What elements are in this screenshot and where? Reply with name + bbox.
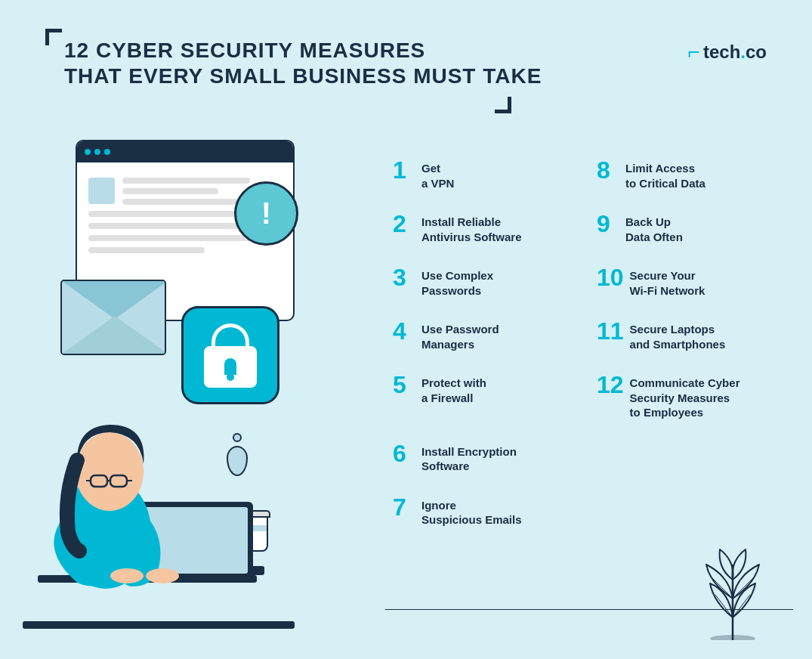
- item-number: 11: [597, 319, 624, 343]
- item-label: Get a VPN: [421, 158, 454, 190]
- person-illustration: [15, 373, 272, 623]
- list-item: 6Install Encryption Software: [385, 431, 589, 484]
- item-number: 6: [393, 441, 415, 466]
- item-label: Limit Access to Critical Data: [625, 158, 705, 190]
- logo-bracket: ⌐: [688, 42, 700, 63]
- item-number: 3: [393, 265, 415, 289]
- title-line1: 12 CYBER SECURITY MEASURES: [64, 38, 542, 63]
- item-number: 7: [393, 495, 415, 519]
- svg-point-12: [146, 568, 179, 583]
- lock-icon: [204, 323, 257, 388]
- alert-circle: !: [234, 181, 298, 246]
- plant-decoration: [691, 542, 774, 640]
- browser-dot-2: [94, 149, 100, 155]
- list-item: 8Limit Access to Critical Data: [589, 147, 793, 201]
- title-line2: THAT EVERY SMALL BUSINESS MUST TAKE: [64, 63, 542, 89]
- list-item: 4Use Password Managers: [385, 308, 589, 362]
- lock-keyhole: [224, 358, 236, 375]
- item-number: 1: [393, 158, 415, 182]
- list-item: 9Back Up Data Often: [589, 201, 793, 255]
- list-item: 12Communicate Cyber Security Measures to…: [589, 362, 793, 431]
- browser-line: [88, 247, 205, 253]
- item-label: Ignore Suspicious Emails: [421, 495, 522, 528]
- svg-point-5: [76, 432, 144, 511]
- logo-text: tech.co: [703, 42, 767, 63]
- items-grid: 1Get a VPN8Limit Access to Critical Data…: [385, 147, 793, 538]
- corner-decoration-br: [495, 97, 511, 113]
- title-block: 12 CYBER SECURITY MEASURES THAT EVERY SM…: [64, 38, 542, 88]
- lock-body: [204, 346, 257, 388]
- svg-point-11: [110, 568, 144, 583]
- svg-point-18: [710, 635, 755, 640]
- item-label: Install Encryption Software: [421, 441, 517, 474]
- browser-line: [88, 223, 243, 229]
- item-number: 2: [393, 212, 415, 236]
- envelope-body: [60, 280, 166, 355]
- browser-line: [122, 188, 218, 194]
- browser-dot-3: [104, 149, 110, 155]
- list-item: 3Use Complex Passwords: [385, 255, 589, 308]
- item-number: 12: [597, 373, 624, 397]
- browser-bar: [77, 141, 293, 162]
- item-label: Communicate Cyber Security Measures to E…: [630, 373, 740, 420]
- browser-line: [122, 178, 250, 184]
- browser-content-box: [88, 178, 115, 204]
- item-label: Protect with a Firewall: [421, 373, 486, 405]
- item-label: Install Reliable Antivirus Software: [421, 212, 522, 244]
- list-item: 7Ignore Suspicious Emails: [385, 484, 589, 538]
- list-item: 1Get a VPN: [385, 147, 589, 201]
- list-item: 10Secure Your Wi-Fi Network: [589, 255, 793, 308]
- list-item: 5Protect with a Firewall: [385, 362, 589, 431]
- item-number: 5: [393, 373, 415, 397]
- envelope-flap: [62, 281, 166, 319]
- item-label: Use Complex Passwords: [421, 265, 493, 298]
- browser-dot-1: [85, 149, 91, 155]
- lock-icon-container: [181, 306, 279, 404]
- logo: ⌐ tech.co: [688, 42, 767, 63]
- item-label: Back Up Data Often: [625, 212, 683, 244]
- item-number: 8: [597, 158, 619, 182]
- item-number: 9: [597, 212, 619, 236]
- envelope: [60, 280, 166, 355]
- list-item: 2Install Reliable Antivirus Software: [385, 201, 589, 255]
- envelope-bottom: [62, 316, 166, 354]
- item-label: Secure Your Wi-Fi Network: [630, 265, 705, 298]
- item-label: Secure Laptops and Smartphones: [630, 319, 726, 351]
- corner-decoration-tl: [45, 29, 62, 45]
- item-label: Use Password Managers: [421, 319, 499, 351]
- lock-shackle: [211, 323, 249, 348]
- item-number: 10: [597, 265, 624, 289]
- item-spacer: [589, 484, 793, 538]
- item-spacer: [589, 431, 793, 484]
- list-item: 11Secure Laptops and Smartphones: [589, 308, 793, 362]
- item-number: 4: [393, 319, 415, 343]
